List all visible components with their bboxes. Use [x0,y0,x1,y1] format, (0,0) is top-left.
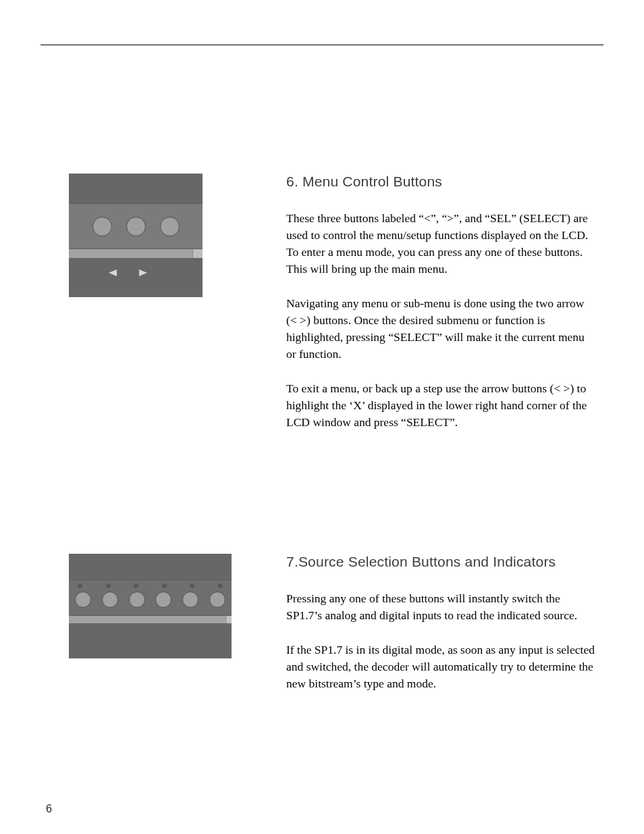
section-6-para3: To exit a menu, or back up a step use th… [286,380,597,431]
indicator-led-icon [78,583,82,588]
panel-top-strip [69,174,203,203]
source-selection-illustration [69,554,232,658]
header-rule [41,45,603,45]
strip-left [69,249,192,258]
indicator-row [74,583,227,588]
section-7-para2: If the SP1.7 is in its digital mode, as … [286,642,597,692]
button-row [69,203,203,249]
arrow-row [69,258,203,297]
section-6-para1: These three buttons labeled “<”, “>”, an… [286,210,597,278]
menu-control-buttons-illustration [69,174,203,297]
section-6-text: 6. Menu Control Buttons These three butt… [286,174,597,448]
source-button-icon [209,592,225,608]
arrow-right-icon [139,269,147,276]
panel-divider-strip [69,249,203,258]
panel-graphic [69,174,203,297]
panel-bottom-strip [69,623,232,658]
menu-select-button-icon [160,217,180,236]
strip-right [227,616,232,623]
menu-left-button-icon [92,217,112,236]
source-button-row [74,592,227,608]
menu-right-button-icon [126,217,146,236]
page-number: 6 [46,803,52,815]
source-button-icon [155,592,171,608]
source-button-icon [182,592,198,608]
source-button-icon [102,592,118,608]
indicator-led-icon [134,583,138,588]
source-button-icon [129,592,145,608]
panel-top-strip [69,554,232,579]
section-6-para2: Navigating any menu or sub-menu is done … [286,295,597,363]
indicator-led-icon [106,583,111,588]
strip-left [69,616,227,623]
arrow-left-icon [109,269,117,276]
source-button-icon [75,592,91,608]
strip-right [192,249,203,258]
button-row [69,579,232,616]
section-6-heading: 6. Menu Control Buttons [286,174,597,190]
section-7-para1: Pressing any one of these buttons will i… [286,590,597,624]
section-7-text: 7.Source Selection Buttons and Indicator… [286,554,597,710]
indicator-led-icon [162,583,167,588]
panel-graphic [69,554,232,658]
indicator-led-icon [190,583,194,588]
indicator-led-icon [218,583,223,588]
section-7-heading: 7.Source Selection Buttons and Indicator… [286,554,597,570]
panel-divider-strip [69,616,232,623]
